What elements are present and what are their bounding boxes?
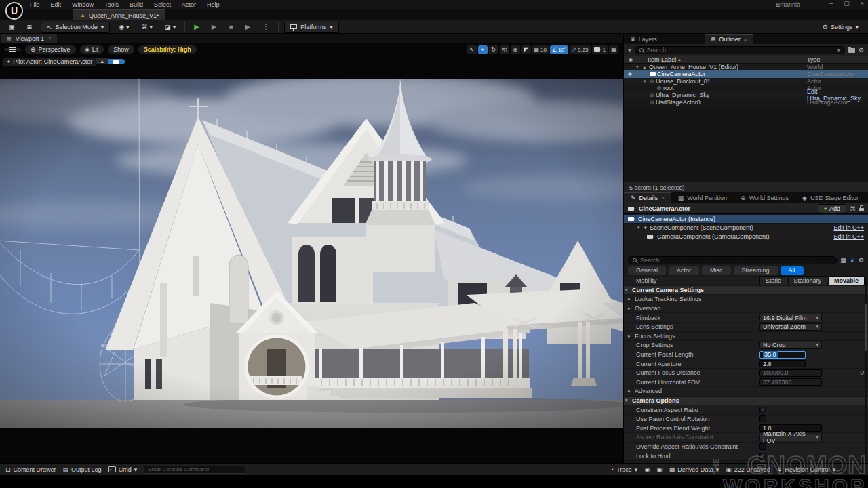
menu-edit[interactable]: Edit: [51, 1, 62, 8]
property-row-current-aperture[interactable]: Current Aperture2.8: [624, 359, 868, 369]
rotate-tool[interactable]: ↻: [489, 45, 498, 54]
eject-pilot-button[interactable]: ▲: [96, 58, 108, 64]
blueprints-dropdown[interactable]: ⌘▾: [138, 22, 157, 32]
close-button[interactable]: ×: [861, 0, 864, 7]
maximize-button[interactable]: ▢: [844, 0, 850, 7]
close-icon[interactable]: ×: [48, 35, 52, 41]
group-expander-icon[interactable]: ▸: [628, 306, 635, 311]
edit-in-cpp-link[interactable]: Edit in C++: [833, 224, 864, 231]
favorites-icon[interactable]: ★: [850, 257, 855, 264]
outliner-row-ultra-dynamic-sky[interactable]: ◎Ultra_Dynamic_SkyEdit Ultra_Dynamic_Sky: [624, 92, 868, 98]
menu-tools[interactable]: Tools: [104, 1, 119, 8]
blueprint-edit-icon[interactable]: ⌘: [850, 205, 856, 212]
property-row-mobility[interactable]: MobilityStaticStationaryMovable: [624, 277, 868, 286]
cmd-dropdown[interactable]: >_Cmd▾: [108, 466, 138, 473]
group-expander-icon[interactable]: ▸: [628, 333, 635, 339]
minimize-button[interactable]: –: [829, 0, 833, 7]
mobility-movable[interactable]: Movable: [828, 276, 865, 285]
lock-icon[interactable]: [859, 208, 864, 211]
filter-tab-misc[interactable]: Misc: [702, 266, 731, 275]
unsaved-button[interactable]: ▣222 Unsaved: [726, 466, 770, 473]
add-actor-dropdown[interactable]: ◉▾: [115, 22, 132, 32]
item-label-column[interactable]: Item Label: [648, 56, 676, 63]
property-row-lock-to-hmd[interactable]: Lock to Hmd✓: [624, 451, 868, 461]
group-expander-icon[interactable]: ▸: [628, 296, 635, 302]
scalability-warning[interactable]: Scalability: High: [138, 45, 197, 54]
component-row-cinecameraactor-instance[interactable]: CineCameraActor (Instance): [624, 215, 868, 224]
property-row-lens-settings[interactable]: Lens SettingsUniversal Zoom▾: [624, 323, 868, 332]
stop-button[interactable]: ■: [226, 22, 237, 32]
property-row-override-aspect-ratio-axis-constraint[interactable]: Override Aspect Ratio Axis Constraint: [624, 443, 868, 452]
checkbox-constrain-aspect-ratio[interactable]: ✓: [760, 407, 766, 413]
select-tool[interactable]: ↖: [467, 45, 477, 54]
close-icon[interactable]: ×: [661, 195, 665, 201]
expander-icon[interactable]: ▾: [644, 79, 650, 84]
launch-button[interactable]: ▶: [242, 22, 254, 32]
mobility-stationary[interactable]: Stationary: [788, 276, 828, 285]
viewport-panel[interactable]: ▦ Viewport 1 × ⊕Perspective ◉Lit Show Sc…: [0, 34, 623, 463]
camera-speed[interactable]: 1: [592, 45, 608, 54]
dropdown-filmback[interactable]: 16:9 Digital Film▾: [760, 314, 822, 321]
tab-world-settings[interactable]: ⊕World Settings: [734, 192, 795, 203]
details-scrollbar[interactable]: [865, 277, 867, 460]
close-icon[interactable]: ×: [744, 37, 747, 43]
console-command-input[interactable]: Enter Console Command: [144, 466, 245, 474]
menu-build[interactable]: Build: [130, 1, 143, 8]
checkbox-use-pawn-control-rotation[interactable]: [760, 415, 766, 422]
content-drawer-button[interactable]: ⊟Content Drawer: [5, 466, 56, 473]
dropdown-aspect-ratio-axis-constraint[interactable]: Maintain X-Axis FOV▾: [760, 434, 822, 441]
rotation-snap-toggle[interactable]: ∠10°: [550, 45, 568, 54]
details-search-input[interactable]: Search: [628, 256, 837, 264]
tab-world-partition[interactable]: ▦World Partition: [671, 192, 734, 203]
property-row-crop-settings[interactable]: Crop SettingsNo Crop▾: [624, 341, 868, 350]
maximize-viewport-button[interactable]: ▦: [609, 45, 618, 54]
scale-tool[interactable]: ◱: [500, 45, 509, 54]
move-tool[interactable]: +: [478, 45, 488, 54]
grid-snap-toggle[interactable]: ▦10: [532, 45, 549, 54]
outliner-row-cinecameraactor[interactable]: ◉CineCameraActorCineCameraActor: [624, 70, 868, 77]
platforms-dropdown[interactable]: Platforms ▾: [284, 22, 339, 33]
viewport-render[interactable]: [0, 79, 623, 428]
property-row-advanced[interactable]: ▸Advanced: [624, 387, 868, 396]
tab-usd-stage-editor[interactable]: ◆USD Stage Editor: [795, 192, 865, 203]
dropdown-crop-settings[interactable]: No Crop▾: [760, 342, 822, 349]
details-settings-icon[interactable]: ⚙: [859, 257, 864, 264]
input-current-focal-length[interactable]: 35.0: [760, 351, 806, 359]
edit-in-cpp-link[interactable]: Edit in C++: [833, 233, 864, 240]
component-row-scenecomponent-scenecomponent[interactable]: ▾+SceneComponent (SceneComponent)Edit in…: [624, 224, 868, 232]
expander-icon[interactable]: ▾: [637, 225, 644, 230]
checkbox-override-aspect-ratio-axis-constraint[interactable]: [760, 443, 766, 450]
settings-dropdown[interactable]: ⚙ Settings ▾: [823, 24, 863, 30]
filter-tab-general[interactable]: General: [628, 266, 666, 275]
tab-outliner[interactable]: ▤Outliner×: [705, 34, 754, 44]
property-row-use-pawn-control-rotation[interactable]: Use Pawn Control Rotation: [624, 415, 868, 424]
play-button[interactable]: ▶: [191, 22, 203, 32]
property-row-current-focus-distance[interactable]: Current Focus Distance100000.0↺: [624, 369, 868, 378]
perspective-dropdown[interactable]: ⊕Perspective: [25, 45, 76, 54]
property-row-constrain-aspect-ratio[interactable]: Constrain Aspect Ratio✓: [624, 405, 868, 415]
mobility-static[interactable]: Static: [760, 276, 787, 285]
menu-actor[interactable]: Actor: [182, 1, 196, 8]
play-options-button[interactable]: ⋮: [259, 22, 273, 32]
visibility-eye-icon[interactable]: ◉: [624, 71, 636, 77]
view-mode-dropdown[interactable]: ◉Lit: [80, 45, 104, 54]
property-row-camera-options[interactable]: ▾Camera Options: [624, 396, 868, 406]
property-row-lookat-tracking-settings[interactable]: ▸Lookat Tracking Settings: [624, 295, 868, 304]
trace-dropdown[interactable]: ◔Trace▾: [610, 466, 638, 473]
property-row-focus-settings[interactable]: ▸Focus Settings: [624, 332, 868, 342]
dropdown-lens-settings[interactable]: Universal Zoom▾: [760, 323, 822, 331]
outliner-row-queen-anne-house-v1-editor[interactable]: ▾▲Queen_Anne_House_V1 (Editor)World: [624, 64, 868, 70]
reset-to-default-icon[interactable]: ↺: [859, 369, 865, 376]
property-row-current-focal-length[interactable]: Current Focal Length35.0: [624, 350, 868, 360]
filter-icon[interactable]: ▾: [628, 47, 631, 54]
output-log-button[interactable]: ▤Output Log: [63, 466, 102, 473]
create-folder-icon[interactable]: [848, 48, 855, 53]
import-content-button[interactable]: ⊞: [24, 22, 36, 32]
scrollbar-thumb[interactable]: [865, 304, 867, 351]
toggle-camera-view-button[interactable]: [108, 59, 125, 64]
visibility-column-icon[interactable]: ◉: [629, 57, 633, 62]
category-expander-icon[interactable]: ▾: [625, 398, 632, 403]
filter-tab-all[interactable]: All: [781, 266, 804, 275]
filter-tab-actor[interactable]: Actor: [669, 266, 699, 275]
revision-control-dropdown[interactable]: ⋔Revision Control▾: [777, 466, 835, 473]
